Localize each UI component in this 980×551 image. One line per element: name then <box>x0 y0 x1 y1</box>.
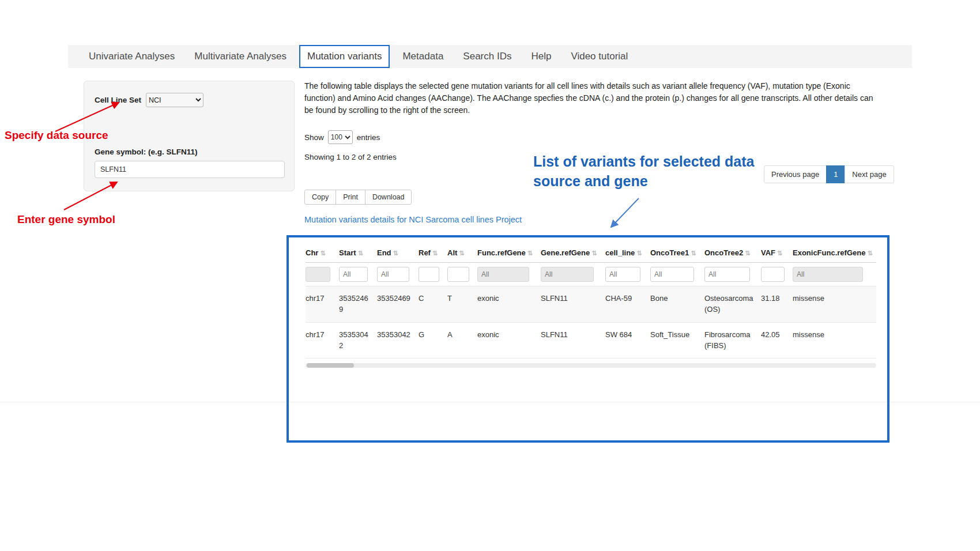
filter-chr[interactable] <box>306 267 330 282</box>
column-label: ExonicFunc.refGene <box>793 248 865 257</box>
cell-line-set-label: Cell Line Set <box>95 96 141 104</box>
column-header-oncotree2[interactable]: OncoTree2⇅ <box>704 242 761 263</box>
blue-arrow-to-table <box>604 195 646 233</box>
cell-start: 35353042 <box>339 322 377 358</box>
section-divider <box>289 402 887 402</box>
cell-chr: chr17 <box>306 322 339 358</box>
horizontal-scrollbar-track[interactable] <box>306 363 876 368</box>
tab-metadata[interactable]: Metadata <box>395 45 450 68</box>
column-header-exonicfunc-refgene[interactable]: ExonicFunc.refGene⇅ <box>793 242 876 263</box>
cell-func-refgene: exonic <box>477 286 541 323</box>
sort-icon: ⇅ <box>691 250 696 256</box>
filter-oncotree2[interactable] <box>704 267 750 282</box>
column-label: End <box>377 248 391 257</box>
tab-help[interactable]: Help <box>524 45 558 68</box>
sort-icon: ⇅ <box>459 250 464 256</box>
previous-page-button[interactable]: Previous page <box>764 165 827 183</box>
filter-oncotree1[interactable] <box>650 267 694 282</box>
column-header-alt[interactable]: Alt⇅ <box>447 242 477 263</box>
filter-ref[interactable] <box>419 267 439 282</box>
table-description: The following table displays the selecte… <box>304 80 878 116</box>
filter-row <box>306 263 876 286</box>
pagination: Previous page 1 Next page <box>764 165 894 183</box>
sort-icon: ⇅ <box>358 250 363 256</box>
copy-button[interactable]: Copy <box>304 190 336 205</box>
cell-func-refgene: exonic <box>477 322 541 358</box>
annotation-enter-gene-symbol: Enter gene symbol <box>17 213 115 226</box>
show-entries-control: Show 100 entries <box>304 130 380 144</box>
column-label: cell_line <box>605 248 635 257</box>
column-label: Func.refGene <box>477 248 526 257</box>
download-button[interactable]: Download <box>365 190 412 205</box>
column-label: Alt <box>447 248 457 257</box>
cell-ref: G <box>419 322 447 358</box>
column-header-cell-line[interactable]: cell_line⇅ <box>605 242 650 263</box>
page-length-select[interactable]: 100 <box>328 130 353 144</box>
variants-table: Chr⇅ Start⇅ End⇅ Ref⇅ Alt⇅ Func.refGene⇅… <box>306 242 876 358</box>
tab-mutation-variants[interactable]: Mutation variants <box>299 45 390 68</box>
tab-video-tutorial[interactable]: Video tutorial <box>564 45 635 68</box>
cell-line-set-select[interactable]: NCI <box>146 93 203 107</box>
cell-oncotree2: Osteosarcoma (OS) <box>704 286 761 323</box>
column-header-func-refgene[interactable]: Func.refGene⇅ <box>477 242 541 263</box>
input-panel: Cell Line Set NCI Gene symbol: (e.g. SLF… <box>84 81 295 191</box>
annotation-specify-data-source: Specify data source <box>5 129 108 142</box>
annotation-list-of-variants: List of variants for selected data sourc… <box>533 152 770 191</box>
column-header-gene-refgene[interactable]: Gene.refGene⇅ <box>541 242 605 263</box>
column-header-start[interactable]: Start⇅ <box>339 242 377 263</box>
sort-icon: ⇅ <box>591 250 597 256</box>
sort-icon: ⇅ <box>867 250 872 256</box>
filter-end[interactable] <box>377 267 409 282</box>
cell-chr: chr17 <box>306 286 339 323</box>
table-caption: Mutation variants details for NCI Sarcom… <box>304 215 522 224</box>
cell-alt: T <box>447 286 477 323</box>
cell-oncotree1: Soft_Tissue <box>650 322 704 358</box>
cell-oncotree2: Fibrosarcoma (FIBS) <box>704 322 761 358</box>
top-navbar: Univariate Analyses Multivariate Analyse… <box>68 45 912 68</box>
cell-ref: C <box>419 286 447 323</box>
cell-cell-line: CHA-59 <box>605 286 650 323</box>
filter-alt[interactable] <box>447 267 469 282</box>
tab-search-ids[interactable]: Search IDs <box>456 45 518 68</box>
column-header-vaf[interactable]: VAF⇅ <box>761 242 793 263</box>
cell-end: 35352469 <box>377 286 419 323</box>
cell-gene-refgene: SLFN11 <box>541 286 605 323</box>
column-header-chr[interactable]: Chr⇅ <box>306 242 339 263</box>
cell-end: 35353042 <box>377 322 419 358</box>
column-label: OncoTree1 <box>650 248 689 257</box>
gene-symbol-input[interactable] <box>95 161 285 178</box>
print-button[interactable]: Print <box>336 190 365 205</box>
horizontal-scrollbar-thumb[interactable] <box>307 363 354 368</box>
current-page-button[interactable]: 1 <box>826 165 845 183</box>
gene-symbol-label: Gene symbol: (e.g. SLFN11) <box>95 148 284 156</box>
sort-icon: ⇅ <box>527 250 533 256</box>
cell-exonicfunc-refgene: missense <box>793 286 876 323</box>
column-header-ref[interactable]: Ref⇅ <box>419 242 447 263</box>
sort-icon: ⇅ <box>745 250 750 256</box>
filter-start[interactable] <box>339 267 368 282</box>
filter-gene-refgene[interactable] <box>541 267 594 282</box>
tab-univariate-analyses[interactable]: Univariate Analyses <box>82 45 182 68</box>
filter-vaf[interactable] <box>761 267 785 282</box>
sort-icon: ⇅ <box>432 250 438 256</box>
table-row: chr17 35352469 35352469 C T exonic SLFN1… <box>306 286 876 323</box>
filter-cell-line[interactable] <box>605 267 640 282</box>
cell-oncotree1: Bone <box>650 286 704 323</box>
column-header-oncotree1[interactable]: OncoTree1⇅ <box>650 242 704 263</box>
cell-cell-line: SW 684 <box>605 322 650 358</box>
cell-vaf: 31.18 <box>761 286 793 323</box>
column-label: Ref <box>419 248 431 257</box>
export-buttons: Copy Print Download <box>304 190 411 205</box>
filter-exonicfunc-refgene[interactable] <box>793 267 863 282</box>
sort-icon: ⇅ <box>636 250 642 256</box>
cell-gene-refgene: SLFN11 <box>541 322 605 358</box>
tab-multivariate-analyses[interactable]: Multivariate Analyses <box>187 45 293 68</box>
column-header-end[interactable]: End⇅ <box>377 242 419 263</box>
cell-vaf: 42.05 <box>761 322 793 358</box>
cell-start: 35352469 <box>339 286 377 323</box>
filter-func-refgene[interactable] <box>477 267 529 282</box>
table-row: chr17 35353042 35353042 G A exonic SLFN1… <box>306 322 876 358</box>
show-label: Show <box>304 133 324 142</box>
variants-table-container: Chr⇅ Start⇅ End⇅ Ref⇅ Alt⇅ Func.refGene⇅… <box>287 235 889 443</box>
next-page-button[interactable]: Next page <box>845 165 894 183</box>
